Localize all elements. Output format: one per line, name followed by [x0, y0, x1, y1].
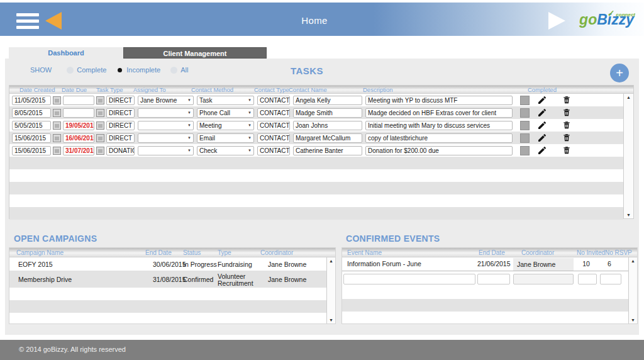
page-title: Home: [0, 15, 629, 26]
description-input[interactable]: Meeting with YP to discuss MTF: [365, 96, 513, 105]
events-table: Event Name End Date Coordinator No Invit…: [341, 247, 638, 324]
contact-type-input[interactable]: CONTACT: [257, 133, 290, 143]
date-created-input[interactable]: 11/05/2015: [12, 96, 51, 105]
completed-checkbox[interactable]: [520, 146, 530, 155]
campaign-row[interactable]: Membership Drive 31/08/2015 Confirmed Vo…: [9, 271, 326, 288]
calendar-icon[interactable]: [53, 109, 61, 117]
empty-row: [9, 182, 623, 194]
col-event-name: Event Name: [347, 249, 382, 256]
calendar-icon[interactable]: [96, 96, 104, 104]
edit-task-button[interactable]: [537, 145, 547, 155]
edit-task-button[interactable]: [537, 133, 547, 143]
scroll-up-icon[interactable]: ▲: [327, 259, 335, 263]
contact-method-select[interactable]: Check▼: [197, 146, 254, 155]
date-created-input[interactable]: 15/06/2015: [12, 133, 51, 143]
date-due-input[interactable]: 31/07/2015: [63, 146, 94, 155]
date-due-input[interactable]: 19/05/2015: [63, 121, 94, 130]
calendar-icon[interactable]: [53, 147, 61, 155]
calendar-icon[interactable]: [96, 134, 104, 142]
event-no-rsvp-input[interactable]: [600, 274, 621, 284]
contact-type-input[interactable]: CONTACT: [257, 121, 290, 130]
edit-task-button[interactable]: [537, 95, 547, 105]
event-end-date-input[interactable]: [477, 274, 510, 284]
description-input[interactable]: Madge decided on HBF Extras cover for cl…: [365, 108, 513, 118]
trash-icon: [562, 108, 571, 118]
scroll-up-icon[interactable]: ▲: [629, 259, 637, 263]
completed-checkbox[interactable]: [520, 121, 530, 130]
delete-task-button[interactable]: [562, 145, 571, 155]
contact-type-input[interactable]: CONTACT: [257, 96, 290, 105]
completed-checkbox[interactable]: [520, 96, 530, 105]
date-due-input[interactable]: [63, 96, 94, 105]
contact-name-input[interactable]: Joan Johns: [293, 121, 362, 130]
tab-dashboard[interactable]: Dashboard: [9, 47, 123, 59]
scroll-down-icon[interactable]: ▼: [629, 318, 637, 322]
description-input[interactable]: copy of latestbrichure: [365, 133, 513, 143]
contact-name-input[interactable]: Madge Smith: [293, 108, 362, 118]
logo-connect-text: connect: [616, 8, 635, 22]
assigned-to-select[interactable]: Jane Browne▼: [138, 96, 194, 105]
pencil-icon: [537, 133, 547, 143]
contact-method-value: Phone Call: [199, 109, 230, 117]
event-coordinator-input[interactable]: [513, 274, 574, 284]
delete-task-button[interactable]: [562, 133, 571, 143]
campaigns-table-header: Campaign Name End Date Status Type Coord…: [9, 248, 335, 257]
pencil-icon: [537, 108, 547, 118]
tasks-scrollbar[interactable]: ▲ ▼: [623, 94, 633, 218]
date-created-input[interactable]: 15/06/2015: [12, 146, 51, 155]
tasks-table: Date Created Date Due Task Type Assigned…: [9, 85, 634, 219]
completed-checkbox[interactable]: [520, 133, 530, 143]
contact-name-input[interactable]: Catherine Banter: [293, 146, 362, 155]
event-row[interactable]: Information Forum - June 21/06/2015 Jane…: [342, 257, 628, 271]
task-type-input[interactable]: DONATION: [106, 146, 135, 155]
delete-task-button[interactable]: [562, 120, 571, 130]
events-scrollbar[interactable]: ▲ ▼: [628, 257, 637, 323]
add-task-button[interactable]: +: [610, 64, 629, 82]
campaigns-scrollbar[interactable]: ▲ ▼: [326, 257, 335, 323]
scroll-up-icon[interactable]: ▲: [624, 95, 633, 99]
task-type-input[interactable]: DIRECT: [106, 121, 135, 130]
contact-method-select[interactable]: Email▼: [197, 133, 254, 143]
description-input[interactable]: Donation for $200.00 due: [365, 146, 513, 155]
chevron-down-icon: ▼: [187, 134, 191, 142]
contact-method-value: Meeting: [199, 121, 222, 130]
contact-type-input[interactable]: CONTACT: [257, 146, 290, 155]
contact-name-input[interactable]: Angela Kelly: [293, 96, 362, 105]
delete-task-button[interactable]: [562, 108, 571, 118]
description-input[interactable]: Initial meeting with Mary to discuss ser…: [365, 121, 513, 130]
calendar-icon[interactable]: [96, 147, 104, 155]
task-type-input[interactable]: DIRECT: [106, 108, 135, 118]
contact-method-select[interactable]: Task▼: [197, 96, 254, 105]
date-due-input[interactable]: 16/06/2015: [63, 133, 94, 143]
calendar-icon[interactable]: [96, 121, 104, 130]
assigned-to-select[interactable]: ▼: [138, 133, 194, 143]
edit-task-button[interactable]: [537, 108, 547, 118]
assigned-to-select[interactable]: ▼: [138, 146, 194, 155]
contact-name-input[interactable]: Margaret McCallum: [293, 133, 362, 143]
contact-type-input[interactable]: CONTACT: [257, 108, 290, 118]
completed-checkbox[interactable]: [520, 108, 530, 118]
calendar-icon[interactable]: [53, 96, 61, 104]
date-due-input[interactable]: [63, 108, 94, 118]
event-no-invited-input[interactable]: [578, 274, 597, 284]
date-created-input[interactable]: 5/05/2015: [12, 121, 51, 130]
date-created-input[interactable]: 8/05/2015: [12, 108, 51, 118]
assigned-to-select[interactable]: ▼: [138, 121, 194, 130]
contact-method-select[interactable]: Phone Call▼: [197, 108, 254, 118]
scroll-down-icon[interactable]: ▼: [624, 213, 633, 217]
top-bar: Home goBizzy connect ✓: [0, 3, 644, 36]
task-type-input[interactable]: DIRECT: [106, 96, 135, 105]
calendar-icon[interactable]: [96, 109, 104, 117]
assigned-to-select[interactable]: ▼: [138, 108, 194, 118]
scroll-down-icon[interactable]: ▼: [327, 318, 335, 322]
event-name-input[interactable]: [343, 274, 475, 284]
campaign-row[interactable]: EOFY 2015 30/06/2015 In Progress Fundrai…: [9, 257, 326, 271]
contact-method-select[interactable]: Meeting▼: [197, 121, 254, 130]
edit-task-button[interactable]: [537, 120, 547, 130]
delete-task-button[interactable]: [562, 95, 571, 105]
forward-icon[interactable]: [548, 12, 565, 30]
tab-client-management[interactable]: Client Management: [123, 47, 267, 59]
task-type-input[interactable]: DIRECT: [106, 133, 135, 143]
calendar-icon[interactable]: [53, 134, 61, 142]
calendar-icon[interactable]: [53, 121, 61, 130]
